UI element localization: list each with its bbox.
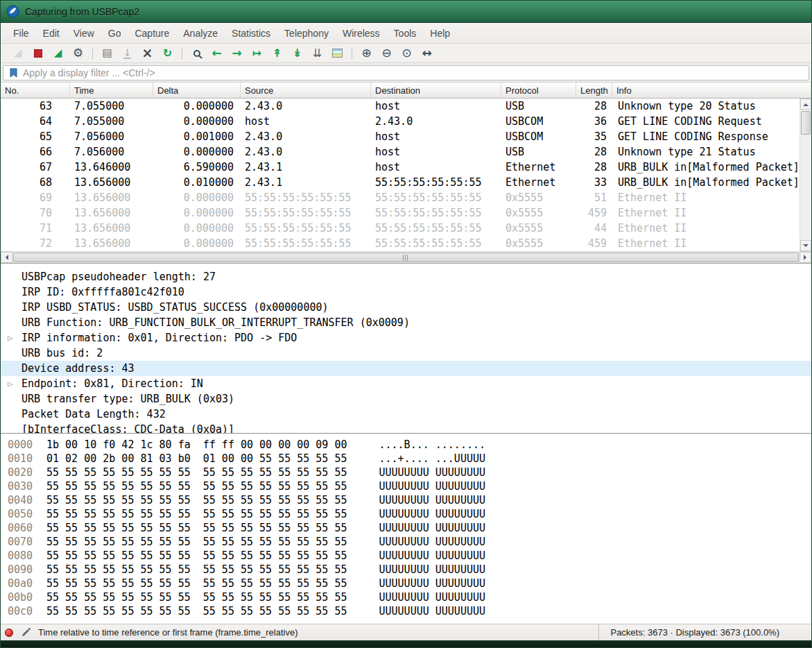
detail-line[interactable]: URB bus id: 2 (1, 346, 811, 361)
reload-button[interactable] (158, 45, 177, 62)
go-forward-button[interactable] (227, 45, 246, 62)
hscroll-thumb[interactable] (13, 253, 799, 262)
menu-item-go[interactable]: Go (101, 24, 128, 42)
packet-row[interactable]: 69 13.656000 0.000000 55:55:55:55:55:55 … (1, 190, 800, 205)
cell-time: 13.656000 (70, 237, 153, 250)
menu-item-telephony[interactable]: Telephony (277, 24, 336, 42)
hex-row[interactable]: 0080 55 55 55 55 55 55 55 55 55 55 55 55… (1, 549, 811, 563)
cell-no: 67 (1, 161, 70, 173)
menu-item-tools[interactable]: Tools (387, 24, 424, 42)
hex-row[interactable]: 00a0 55 55 55 55 55 55 55 55 55 55 55 55… (1, 577, 811, 590)
detail-line[interactable]: Packet Data Length: 432 (1, 407, 811, 422)
zoom-in-button[interactable] (357, 45, 376, 62)
packet-row[interactable]: 70 13.656000 0.000000 55:55:55:55:55:55 … (1, 205, 800, 221)
go-back-button[interactable] (207, 45, 226, 62)
title-bar: Capturing from USBPcap2 (1, 1, 811, 23)
hex-row[interactable]: 0030 55 55 55 55 55 55 55 55 55 55 55 55… (1, 479, 811, 493)
column-header-protocol[interactable]: Protocol (501, 83, 576, 98)
hscroll-track[interactable] (12, 252, 800, 263)
column-header-length[interactable]: Length (576, 83, 612, 98)
close-file-button[interactable] (138, 45, 157, 62)
packet-list-hscrollbar[interactable] (1, 251, 811, 264)
menu-item-view[interactable]: View (67, 24, 101, 42)
packet-row[interactable]: 67 13.646000 6.590000 2.43.1 host Ethern… (1, 160, 800, 175)
column-header-no[interactable]: No. (1, 83, 70, 98)
open-file-button[interactable] (98, 45, 116, 62)
resize-columns-button[interactable] (417, 45, 436, 62)
column-header-destination[interactable]: Destination (371, 83, 501, 98)
display-filter-input[interactable]: Apply a display filter ... <Ctrl-/> (3, 65, 809, 80)
packet-row[interactable]: 63 7.055000 0.000000 2.43.0 host USB 28 … (1, 99, 800, 114)
hex-row[interactable]: 00b0 55 55 55 55 55 55 55 55 55 55 55 55… (1, 590, 811, 604)
scroll-up-button[interactable] (800, 99, 811, 110)
menu-item-wireless[interactable]: Wireless (336, 24, 387, 42)
go-to-packet-button[interactable] (248, 45, 266, 62)
vscroll-track[interactable] (800, 110, 811, 240)
hex-bytes: 1b 00 10 f0 42 1c 80 fa ff ff 00 00 00 0… (46, 438, 347, 452)
packet-row[interactable]: 66 7.056000 0.000000 2.43.0 host USB 28 … (1, 144, 800, 160)
vscroll-thumb[interactable] (801, 111, 811, 135)
capture-stop-button[interactable] (28, 45, 47, 62)
find-packet-button[interactable] (187, 45, 206, 62)
go-first-button[interactable] (268, 45, 286, 62)
capture-comment-button[interactable] (17, 625, 34, 640)
menu-item-edit[interactable]: Edit (36, 24, 67, 42)
hex-row[interactable]: 0050 55 55 55 55 55 55 55 55 55 55 55 55… (1, 507, 811, 521)
hex-row[interactable]: 0040 55 55 55 55 55 55 55 55 55 55 55 55… (1, 493, 811, 507)
taskbar-strip (1, 640, 811, 647)
detail-line[interactable]: IRP USBD_STATUS: USBD_STATUS_SUCCESS (0x… (1, 300, 811, 315)
expert-info-icon (5, 629, 13, 637)
packet-row[interactable]: 72 13.656000 0.000000 55:55:55:55:55:55 … (1, 236, 800, 251)
expert-info-button[interactable] (1, 625, 17, 640)
cell-delta: 6.590000 (153, 161, 241, 173)
hex-row[interactable]: 0010 01 02 00 2b 00 81 03 b0 01 00 00 55… (1, 452, 811, 466)
menu-item-capture[interactable]: Capture (128, 24, 176, 42)
menu-item-help[interactable]: Help (423, 24, 457, 42)
packet-row[interactable]: 65 7.056000 0.001000 2.43.0 host USBCOM … (1, 129, 800, 144)
packet-list-vscrollbar[interactable] (800, 99, 811, 251)
packet-row[interactable]: 71 13.656000 0.000000 55:55:55:55:55:55 … (1, 221, 800, 236)
expand-arrow-icon[interactable] (8, 330, 12, 346)
menu-item-file[interactable]: File (6, 24, 36, 42)
detail-line[interactable]: IRP information: 0x01, Direction: PDO ->… (1, 330, 811, 346)
detail-line[interactable]: USBPcap pseudoheader length: 27 (1, 269, 811, 284)
hex-row[interactable]: 0090 55 55 55 55 55 55 55 55 55 55 55 55… (1, 563, 811, 577)
hex-row[interactable]: 0000 1b 00 10 f0 42 1c 80 fa ff ff 00 00… (1, 438, 811, 452)
cell-delta: 0.000000 (153, 191, 241, 204)
menu-item-statistics[interactable]: Statistics (225, 24, 277, 42)
go-last-button[interactable] (288, 45, 306, 62)
column-header-time[interactable]: Time (70, 83, 153, 98)
zoom-original-button[interactable] (397, 45, 416, 62)
packet-row[interactable]: 68 13.656000 0.010000 2.43.1 55:55:55:55… (1, 175, 800, 190)
detail-line[interactable]: IRP ID: 0xfffffa801c42f010 (1, 284, 811, 300)
cell-info: Ethernet II (612, 222, 800, 235)
cell-destination: 55:55:55:55:55:55 (371, 176, 501, 189)
detail-line[interactable]: [bInterfaceClass: CDC-Data (0x0a)] (1, 422, 811, 434)
scroll-left-button[interactable] (1, 252, 12, 263)
autoscroll-button[interactable] (308, 45, 327, 62)
capture-options-button[interactable] (69, 45, 87, 62)
packet-row[interactable]: 64 7.055000 0.000000 host 2.43.0 USBCOM … (1, 114, 800, 129)
column-header-delta[interactable]: Delta (153, 83, 241, 98)
cell-info: Unknown type 20 Status (612, 100, 800, 112)
hex-row[interactable]: 0020 55 55 55 55 55 55 55 55 55 55 55 55… (1, 466, 811, 479)
scroll-down-button[interactable] (800, 240, 811, 251)
column-header-info[interactable]: Info (612, 83, 811, 98)
detail-line[interactable]: Device address: 43 (1, 361, 811, 376)
expand-arrow-icon[interactable] (8, 376, 12, 391)
colorize-button[interactable] (328, 45, 347, 62)
zoom-out-button[interactable] (377, 45, 396, 62)
hex-row[interactable]: 0060 55 55 55 55 55 55 55 55 55 55 55 55… (1, 521, 811, 535)
detail-line[interactable]: Endpoint: 0x81, Direction: IN (1, 376, 811, 391)
capture-restart-button[interactable] (49, 45, 67, 62)
detail-line[interactable]: URB Function: URB_FUNCTION_BULK_OR_INTER… (1, 315, 811, 330)
menu-item-analyze[interactable]: Analyze (176, 24, 225, 42)
hex-row[interactable]: 0070 55 55 55 55 55 55 55 55 55 55 55 55… (1, 535, 811, 549)
detail-line[interactable]: URB transfer type: URB_BULK (0x03) (1, 391, 811, 407)
filter-bookmark-button[interactable] (8, 67, 19, 79)
column-header-source[interactable]: Source (241, 83, 371, 98)
scroll-right-button[interactable] (800, 252, 811, 263)
hex-offset: 0030 (1, 479, 34, 493)
hex-offset: 0090 (1, 563, 34, 577)
hex-row[interactable]: 00c0 55 55 55 55 55 55 55 55 55 55 55 55… (1, 604, 811, 618)
